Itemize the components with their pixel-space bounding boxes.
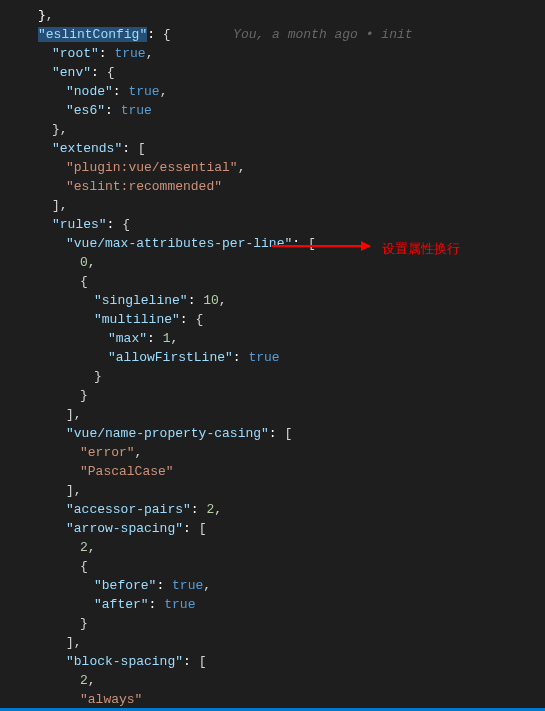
code-line: "max": 1,: [10, 329, 545, 348]
code-line: "before": true,: [10, 576, 545, 595]
code-line: "singleline": 10,: [10, 291, 545, 310]
code-line: "env": {: [10, 63, 545, 82]
code-line: "always": [10, 690, 545, 709]
code-line: "root": true,: [10, 44, 545, 63]
code-line: },: [10, 120, 545, 139]
code-line: "vue/max-attributes-per-line": [: [10, 234, 545, 253]
code-line: {: [10, 272, 545, 291]
code-line: ],: [10, 481, 545, 500]
code-line: 2,: [10, 671, 545, 690]
code-line: "eslint:recommended": [10, 177, 545, 196]
code-line: ],: [10, 633, 545, 652]
code-line: "after": true: [10, 595, 545, 614]
code-line: }: [10, 386, 545, 405]
code-editor[interactable]: }, "eslintConfig": { You, a month ago • …: [10, 6, 545, 711]
code-line: ],: [10, 405, 545, 424]
code-line: "es6": true: [10, 101, 545, 120]
code-line: "allowFirstLine": true: [10, 348, 545, 367]
code-line: "block-spacing": [: [10, 652, 545, 671]
code-line: }: [10, 367, 545, 386]
code-line: },: [10, 6, 545, 25]
code-line: "arrow-spacing": [: [10, 519, 545, 538]
code-line: "node": true,: [10, 82, 545, 101]
code-line: "error",: [10, 443, 545, 462]
code-line: "PascalCase": [10, 462, 545, 481]
code-line: 2,: [10, 538, 545, 557]
code-line: ],: [10, 196, 545, 215]
code-line: "multiline": {: [10, 310, 545, 329]
code-line: "eslintConfig": { You, a month ago • ini…: [10, 25, 545, 44]
arrow-annotation: [272, 245, 370, 247]
code-line: "rules": {: [10, 215, 545, 234]
code-line: "plugin:vue/essential",: [10, 158, 545, 177]
code-line: }: [10, 614, 545, 633]
code-line: 0,: [10, 253, 545, 272]
code-line: "extends": [: [10, 139, 545, 158]
code-line: "vue/name-property-casing": [: [10, 424, 545, 443]
text-annotation: 设置属性换行: [382, 239, 460, 258]
code-line: {: [10, 557, 545, 576]
code-line: "accessor-pairs": 2,: [10, 500, 545, 519]
gitlens-annotation: You, a month ago • init: [233, 27, 412, 42]
